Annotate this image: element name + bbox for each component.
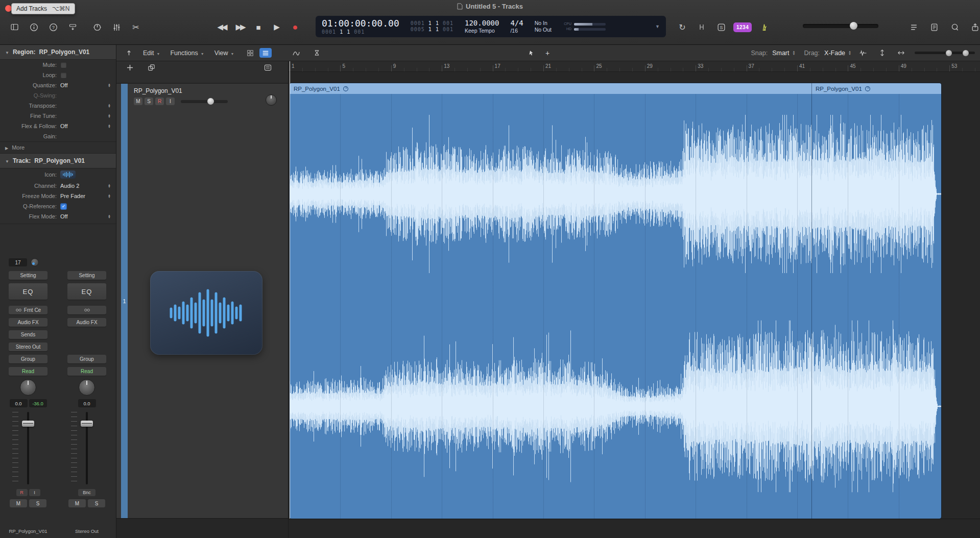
output-button[interactable]: Stereo Out (9, 343, 47, 351)
track-volume-knob[interactable] (207, 98, 214, 105)
timeline-area[interactable]: 1591317212529333741454953 RP_Polygon_V01… (289, 61, 980, 538)
flex-mode-stepper[interactable] (108, 214, 111, 219)
track-input-monitor-button[interactable]: I (166, 97, 175, 105)
vertical-zoom-button[interactable] (875, 46, 889, 60)
audio-fx-button[interactable]: Audio FX (9, 318, 47, 327)
quantize-value[interactable]: Off (60, 82, 67, 88)
region-name[interactable]: RP_Polygon_V01 (294, 86, 340, 92)
smart-controls-button[interactable] (90, 20, 104, 34)
waveform-zoom-button[interactable] (856, 46, 870, 60)
lcd-locators-cell[interactable]: 0001 1 1 001 0005 1 1 001 (411, 20, 453, 33)
sends-button[interactable]: Sends (9, 330, 47, 339)
forward-button[interactable]: ▶▶ (233, 20, 247, 34)
metronome-button[interactable] (757, 20, 771, 34)
track-solo-button[interactable]: S (145, 97, 153, 105)
volume-display[interactable]: 0.0 (78, 399, 96, 407)
rewind-button[interactable]: ◀◀ (214, 20, 229, 34)
drag-dropdown[interactable]: X-Fade (824, 50, 851, 57)
pan-knob[interactable] (79, 379, 95, 396)
catch-playhead-button[interactable] (122, 46, 136, 60)
more-disclosure[interactable]: More (0, 141, 116, 154)
peak-display[interactable]: -36.0 (29, 399, 47, 407)
quick-help-button[interactable]: ? (46, 20, 60, 34)
solo-button[interactable]: S (29, 499, 46, 507)
lcd-tempo-value[interactable]: 120.0000 (465, 19, 499, 28)
input-format-button[interactable]: Frnt Ce (9, 306, 47, 314)
disclosure-triangle-icon[interactable] (5, 157, 9, 164)
list-editors-button[interactable] (906, 20, 921, 34)
setting-button[interactable]: Setting (9, 271, 47, 280)
track-header-config-button[interactable] (260, 62, 275, 72)
record-enable-button[interactable]: R (16, 489, 28, 496)
automation-button[interactable] (289, 46, 303, 60)
library-button[interactable] (7, 20, 21, 34)
horizontal-zoom-knob[interactable] (946, 50, 952, 56)
apple-loops-button[interactable] (947, 20, 962, 34)
track-number-strip[interactable]: 1 (121, 84, 128, 518)
volume-fader[interactable] (9, 410, 47, 486)
lcd-locator-start[interactable]: 0001 1 1 001 (411, 20, 453, 27)
stop-button[interactable]: ■ (251, 20, 266, 34)
cycle-button[interactable]: ↻ (675, 20, 689, 34)
channel-stepper[interactable] (108, 184, 111, 188)
flex-follow-value[interactable]: Off (60, 123, 67, 129)
automation-mode-button[interactable]: Read (9, 367, 47, 376)
secondary-tool-menu[interactable]: + (545, 49, 552, 57)
flex-follow-stepper[interactable] (108, 124, 111, 129)
track-mute-button[interactable]: M (134, 97, 142, 105)
flex-button[interactable] (309, 46, 324, 60)
snap-dropdown[interactable]: Smart (772, 50, 795, 57)
master-volume-slider[interactable] (803, 24, 878, 28)
pan-knob[interactable] (20, 379, 36, 396)
lcd-tempo-mode[interactable]: Keep Tempo (465, 28, 499, 34)
lcd-tempo-cell[interactable]: 120.0000 Keep Tempo (465, 19, 499, 34)
track-pan-knob[interactable] (266, 94, 277, 106)
lcd-division[interactable]: /16 (510, 28, 523, 34)
solo-mode-button[interactable]: S (714, 20, 728, 34)
lcd-locator-end[interactable]: 0005 1 1 001 (411, 27, 453, 33)
timeline-ruler[interactable]: 1591317212529333741454953 (289, 61, 980, 72)
vertical-zoom-knob[interactable] (963, 50, 969, 56)
toolbar-toggle-button[interactable] (65, 20, 80, 34)
track-name[interactable]: RP_Polygon_V01 (134, 87, 182, 94)
region-header[interactable]: RP_Polygon_V01 RP_Polygon_V01 (290, 83, 941, 94)
gain-knob[interactable] (31, 258, 39, 266)
play-button[interactable]: ▶ (270, 20, 284, 34)
group-button[interactable]: Group (67, 355, 106, 363)
autopunch-button[interactable] (695, 20, 709, 34)
channel-value[interactable]: Audio 2 (60, 183, 79, 189)
fader-cap[interactable] (81, 421, 93, 427)
track-volume-slider[interactable] (181, 100, 228, 103)
flex-mode-value[interactable]: Off (60, 213, 67, 219)
region-mute-checkbox[interactable] (60, 62, 67, 68)
mute-button[interactable]: M (68, 499, 86, 507)
lcd-output[interactable]: No Out (535, 27, 552, 33)
region-waveform[interactable] (290, 94, 941, 519)
inspector-button[interactable] (27, 20, 41, 34)
duplicate-track-button[interactable] (144, 62, 158, 72)
freeze-mode-value[interactable]: Pre Fader (60, 193, 85, 199)
audio-region[interactable]: RP_Polygon_V01 RP_Polygon_V01 (290, 83, 941, 519)
mixer-button[interactable] (109, 20, 124, 34)
track-record-button[interactable]: R (155, 97, 164, 105)
group-button[interactable]: Group (9, 355, 47, 363)
functions-menu[interactable]: Functions (170, 50, 204, 57)
lcd-signature-cell[interactable]: 4/4 /16 (510, 19, 523, 34)
volume-display[interactable]: 0.0 (10, 399, 28, 407)
track-inspector-header[interactable]: Track: RP_Polygon_V01 (0, 154, 116, 168)
lcd-io-cell[interactable]: No In No Out (535, 20, 552, 33)
eq-button[interactable]: EQ (9, 283, 47, 300)
master-volume-knob[interactable] (850, 22, 857, 30)
edit-menu[interactable]: Edit (143, 50, 160, 57)
count-in-button[interactable]: 1234 (733, 22, 752, 32)
lcd-time-cell[interactable]: 01:00:00:00.00 0001 1 1 001 (322, 18, 399, 35)
disclosure-triangle-icon[interactable] (5, 48, 9, 56)
horizontal-zoom-button[interactable] (894, 46, 908, 60)
eq-button[interactable]: EQ (67, 283, 106, 300)
mute-button[interactable]: M (10, 499, 27, 507)
track-icon-large[interactable] (150, 271, 262, 355)
setting-button[interactable]: Setting (67, 271, 106, 280)
region-inspector-header[interactable]: Region: RP_Polygon_V01 (0, 45, 116, 60)
lcd-input[interactable]: No In (535, 20, 552, 27)
fine-tune-stepper[interactable] (108, 114, 111, 118)
